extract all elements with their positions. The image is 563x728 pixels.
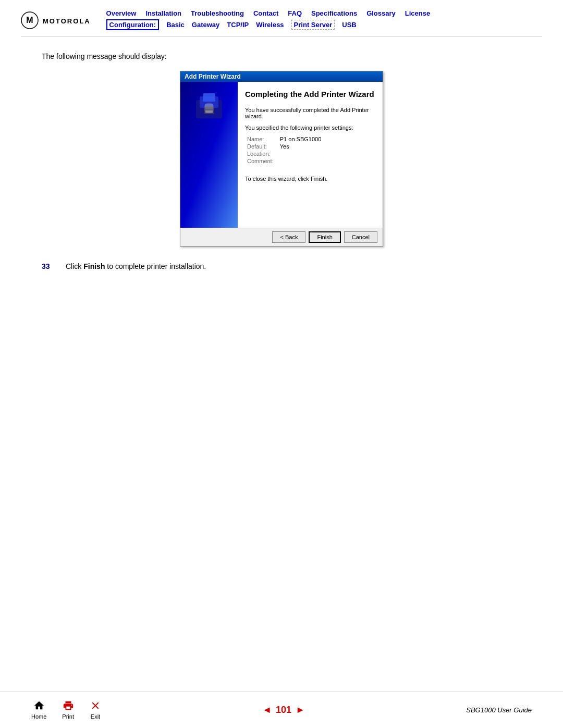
nav-faq[interactable]: FAQ xyxy=(288,9,302,17)
guide-title: SBG1000 User Guide xyxy=(466,706,532,714)
wizard-setting-name: Name: P1 on SBG1000 xyxy=(247,136,321,142)
wizard-setting-location-label: Location: xyxy=(247,151,279,157)
motorola-logo-icon: M xyxy=(21,11,39,31)
step-33-text: Click Finish to complete printer install… xyxy=(66,262,206,270)
wizard-setting-comment-value xyxy=(280,158,322,164)
prev-page-button[interactable]: ◄ xyxy=(262,705,272,715)
nav-troubleshooting[interactable]: Troubleshooting xyxy=(191,9,244,17)
wizard-body: Completing the Add Printer Wizard You ha… xyxy=(180,82,383,228)
wizard-setting-comment-label: Comment: xyxy=(247,158,279,164)
exit-icon xyxy=(90,700,101,711)
main-content: The following message should display: Ad… xyxy=(0,36,563,297)
footer-exit-button[interactable]: Exit xyxy=(90,700,101,720)
svg-rect-4 xyxy=(203,93,215,102)
step-33-text-after: to complete printer installation. xyxy=(105,262,206,270)
nav-license[interactable]: License xyxy=(405,9,430,17)
wizard-setting-default-label: Default: xyxy=(247,143,279,150)
wizard-cancel-button[interactable]: Cancel xyxy=(344,231,377,243)
nav-top: Overview Installation Troubleshooting Co… xyxy=(106,9,542,17)
home-icon xyxy=(33,700,45,711)
wizard-body2: You specified the following printer sett… xyxy=(245,125,375,131)
wizard-titlebar: Add Printer Wizard xyxy=(180,71,383,82)
nav-tcpip[interactable]: TCP/IP xyxy=(227,21,249,29)
wizard-settings-table: Name: P1 on SBG1000 Default: Yes Locatio… xyxy=(246,135,322,165)
step-33-bold: Finish xyxy=(83,262,105,270)
wizard-footer: < Back Finish Cancel xyxy=(180,228,383,246)
page-nav: ◄ 101 ► xyxy=(262,705,305,715)
intro-text: The following message should display: xyxy=(42,52,521,60)
nav-usb[interactable]: USB xyxy=(342,21,356,29)
footer-home-button[interactable]: Home xyxy=(31,700,46,720)
wizard-setting-default-value: Yes xyxy=(280,143,322,150)
nav-area: Overview Installation Troubleshooting Co… xyxy=(106,9,542,30)
config-label: Configuration: xyxy=(106,19,160,30)
wizard-setting-name-label: Name: xyxy=(247,136,279,142)
wizard-setting-comment: Comment: xyxy=(247,158,321,164)
nav-contact[interactable]: Contact xyxy=(253,9,278,17)
nav-installation[interactable]: Installation xyxy=(145,9,181,17)
step-number-33: 33 xyxy=(42,262,57,270)
nav-specifications[interactable]: Specifications xyxy=(311,9,357,17)
print-icon xyxy=(63,700,74,711)
wizard-close-text: To close this wizard, click Finish. xyxy=(245,176,375,182)
svg-rect-8 xyxy=(205,105,213,109)
nav-basic[interactable]: Basic xyxy=(166,21,185,29)
wizard-dialog: Add Printer Wizard xyxy=(180,71,383,246)
wizard-container: Add Printer Wizard xyxy=(42,71,521,246)
svg-text:M: M xyxy=(26,16,33,24)
wizard-setting-name-value: P1 on SBG1000 xyxy=(280,136,322,142)
page-number: 101 xyxy=(276,705,291,715)
nav-bottom: Configuration: Basic Gateway TCP/IP Wire… xyxy=(106,19,542,30)
svg-rect-9 xyxy=(205,110,213,113)
nav-wireless[interactable]: Wireless xyxy=(256,21,284,29)
motorola-text: MOTOROLA xyxy=(43,17,91,25)
logo-area: M MOTOROLA xyxy=(21,9,91,31)
nav-gateway[interactable]: Gateway xyxy=(192,21,219,29)
wizard-left-panel xyxy=(180,82,238,228)
step-33-text-before: Click xyxy=(66,262,83,270)
footer-print-label: Print xyxy=(62,713,74,720)
wizard-body1: You have successfully completed the Add … xyxy=(245,107,375,119)
wizard-setting-location: Location: xyxy=(247,151,321,157)
wizard-right-panel: Completing the Add Printer Wizard You ha… xyxy=(238,82,383,228)
wizard-setting-default: Default: Yes xyxy=(247,143,321,150)
nav-glossary[interactable]: Glossary xyxy=(366,9,396,17)
next-page-button[interactable]: ► xyxy=(296,705,305,715)
footer-home-label: Home xyxy=(31,713,46,720)
step-33: 33 Click Finish to complete printer inst… xyxy=(42,262,521,270)
nav-overview[interactable]: Overview xyxy=(106,9,137,17)
footer: Home Print Exit ◄ 101 ► SBG1000 User Gui… xyxy=(0,691,563,728)
footer-nav: Home Print Exit xyxy=(31,700,101,720)
nav-printserver[interactable]: Print Server xyxy=(291,20,335,30)
wizard-title: Completing the Add Printer Wizard xyxy=(245,89,375,100)
header: M MOTOROLA Overview Installation Trouble… xyxy=(0,0,563,31)
wizard-finish-button[interactable]: Finish xyxy=(309,231,340,243)
footer-print-button[interactable]: Print xyxy=(62,700,74,720)
wizard-back-button[interactable]: < Back xyxy=(272,231,305,243)
footer-exit-label: Exit xyxy=(91,713,100,720)
wizard-printer-icon xyxy=(193,92,225,124)
wizard-setting-location-value xyxy=(280,151,322,157)
